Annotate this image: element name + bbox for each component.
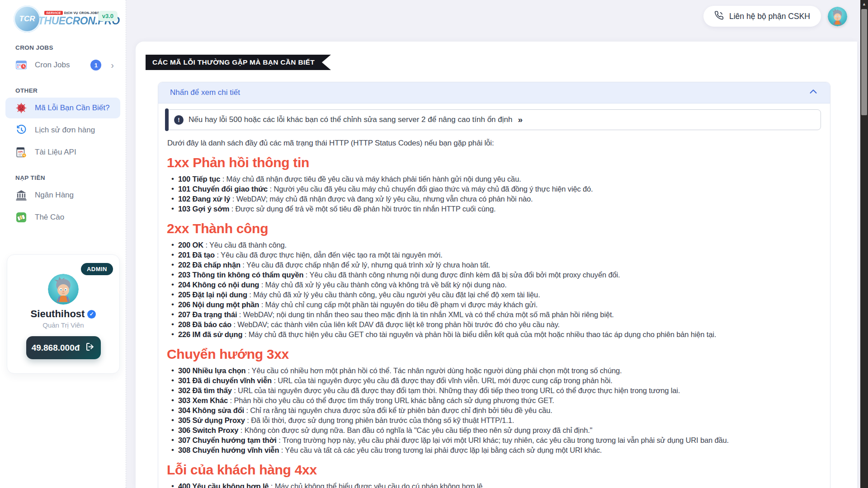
logo-tagline-chip: SERVICE bbox=[44, 11, 63, 15]
status-code-item: 103 Gợi ý sớm : Được sử dụng để trả về m… bbox=[170, 204, 821, 214]
section-heading: 2xx Thành công bbox=[167, 221, 821, 236]
sidebar-nav: CRON JOBSCron Jobs1›OTHERMã Lỗi Bạn Cần … bbox=[0, 44, 126, 228]
sidebar-item-order-history[interactable]: Lịch sử đơn hàng bbox=[5, 120, 120, 141]
sidebar-section-title: CRON JOBS bbox=[15, 44, 126, 51]
page-scrollbar[interactable]: ▲ bbox=[860, 0, 868, 488]
error-codes-icon bbox=[15, 102, 27, 114]
sidebar-section-title: NẠP TIỀN bbox=[15, 174, 126, 181]
phone-call-icon bbox=[714, 10, 724, 23]
double-chevron-icon[interactable]: » bbox=[518, 115, 523, 125]
contact-support-label: Liên hệ bộ phận CSKH bbox=[729, 12, 810, 21]
logout-icon bbox=[85, 342, 95, 354]
status-code-item: 303 Xem Khác : Phản hồi cho yêu cầu có t… bbox=[170, 395, 821, 405]
status-code-item: 204 Không có nội dung : Máy chủ đã xử lý… bbox=[170, 280, 821, 290]
section-heading: Lỗi của khách hàng 4xx bbox=[167, 462, 821, 478]
status-code-list: 400 Yêu cầu không hợp lệ : Máy chủ không… bbox=[166, 481, 821, 488]
status-code-item: 302 Đã tìm thấy : URL của tài nguyên đượ… bbox=[170, 385, 821, 395]
sidebar-item-label: Mã Lỗi Bạn Cần Biết? bbox=[35, 103, 114, 113]
svg-text:API: API bbox=[18, 150, 23, 153]
profile-avatar bbox=[48, 274, 79, 305]
collapse-header[interactable]: Nhấn để xem chi tiết bbox=[158, 82, 830, 103]
status-code-item: 208 Đã báo cáo : WebDAV; các thành viên … bbox=[170, 319, 821, 329]
status-code-item: 226 IM đã sử dụng : Máy chủ đã thực hiện… bbox=[170, 329, 821, 339]
topbar: Liên hệ bộ phận CSKH bbox=[126, 0, 857, 42]
status-code-item: 400 Yêu cầu không hợp lệ : Máy chủ không… bbox=[170, 481, 821, 488]
status-code-item: 203 Thông tin không có thẩm quyền : Yêu … bbox=[170, 270, 821, 280]
verified-check-icon: ✓ bbox=[87, 310, 96, 319]
sidebar-item-bank[interactable]: Ngân Hàng bbox=[5, 185, 120, 206]
status-code-item: 201 Đã tạo : Yêu cầu đã được thực hiện, … bbox=[170, 250, 821, 260]
status-code-item: 100 Tiếp tục : Máy chủ đã nhận được tiêu… bbox=[170, 174, 821, 184]
status-code-sections: 1xx Phản hồi thông tin100 Tiếp tục : Máy… bbox=[166, 155, 821, 488]
order-history-icon bbox=[15, 124, 27, 136]
sidebar-item-error-codes[interactable]: Mã Lỗi Bạn Cần Biết? bbox=[5, 98, 120, 118]
status-code-item: 301 Đã di chuyển vĩnh viễn : URL của tài… bbox=[170, 375, 821, 385]
sidebar-item-label: Tài Liệu API bbox=[35, 148, 114, 157]
status-code-item: 205 Đặt lại nội dung : Máy chủ đã xử lý … bbox=[170, 290, 821, 300]
scroll-up-arrow-icon[interactable]: ▲ bbox=[860, 2, 868, 6]
page-title-ribbon: CÁC MÃ LỖI THƯỜNG GẶP MÀ BẠN CẦN BIẾT bbox=[146, 55, 331, 70]
logo-circle-icon: TCR bbox=[14, 5, 41, 33]
scratch-card-icon bbox=[15, 211, 27, 223]
chevron-up-icon[interactable] bbox=[808, 87, 818, 99]
status-code-item: 307 Chuyển hướng tạm thời : Trong trường… bbox=[170, 435, 821, 445]
scrollbar-thumb[interactable] bbox=[861, 9, 867, 115]
profile-role: Quản Trị Viên bbox=[7, 321, 119, 329]
main-content: CÁC MÃ LỖI THƯỜNG GẶP MÀ BẠN CẦN BIẾT Nh… bbox=[136, 42, 857, 488]
status-code-item: 206 Nội dung một phần : Máy chủ chỉ cung… bbox=[170, 300, 821, 310]
collapse-header-label: Nhấn để xem chi tiết bbox=[170, 88, 240, 97]
server-tip-text: Nếu hay lỗi 500 hoặc các lỗi khác bạn có… bbox=[189, 115, 512, 124]
collapse-body: ! Nếu hay lỗi 500 hoặc các lỗi khác bạn … bbox=[158, 103, 830, 488]
version-badge: v3.0 bbox=[98, 11, 118, 21]
balance-amount: 49.868.000đ bbox=[32, 343, 80, 353]
profile-card: ADMIN Sieuthihost ✓ Quản Trị Viên 49.868… bbox=[7, 254, 120, 374]
exclamation-icon: ! bbox=[174, 115, 184, 125]
status-code-list: 100 Tiếp tục : Máy chủ đã nhận được tiêu… bbox=[166, 174, 821, 214]
profile-name: Sieuthihost bbox=[31, 308, 85, 320]
chevron-right-icon: › bbox=[111, 61, 114, 70]
api-docs-icon: API bbox=[15, 146, 27, 158]
bank-icon bbox=[15, 189, 27, 201]
sidebar-item-label: Cron Jobs bbox=[35, 61, 83, 70]
status-code-item: 308 Chuyển hướng vĩnh viễn : Yêu cầu và … bbox=[170, 445, 821, 455]
contact-support-button[interactable]: Liên hệ bộ phận CSKH bbox=[703, 6, 821, 27]
status-code-item: 207 Đa trạng thái : WebDAV; nội dung tin… bbox=[170, 310, 821, 319]
error-codes-card: Nhấn để xem chi tiết ! Nếu hay lỗi 500 h… bbox=[158, 82, 830, 488]
status-code-item: 102 Đang xử lý : WebDAV; máy chủ đã nhận… bbox=[170, 194, 821, 204]
status-code-item: 101 Chuyển đổi giao thức : Người yêu cầu… bbox=[170, 184, 821, 194]
sidebar-item-label: Ngân Hàng bbox=[35, 191, 114, 200]
status-code-list: 300 Nhiều lựa chọn : Yêu cầu có nhiều hơ… bbox=[166, 366, 821, 455]
logo[interactable]: TCR SERVICE DỊCH VỤ CRON-JOBS #1 THUECRO… bbox=[0, 0, 126, 33]
status-code-item: 202 Đã chấp nhận : Yêu cầu đã được chấp … bbox=[170, 260, 821, 270]
user-avatar[interactable] bbox=[828, 7, 847, 26]
cron-jobs-icon bbox=[15, 59, 27, 71]
section-heading: 1xx Phản hồi thông tin bbox=[167, 155, 821, 170]
server-tip-alert: ! Nếu hay lỗi 500 hoặc các lỗi khác bạn … bbox=[166, 109, 821, 130]
status-code-list: 200 OK : Yêu cầu đã thành công.201 Đã tạ… bbox=[166, 240, 821, 339]
sidebar-item-card[interactable]: Thẻ Cào bbox=[5, 207, 120, 228]
sidebar-item-api-docs[interactable]: APITài Liệu API bbox=[5, 142, 120, 163]
status-code-item: 305 Sử dụng Proxy : Đã lỗi thời, được sử… bbox=[170, 415, 821, 425]
status-code-item: 300 Nhiều lựa chọn : Yêu cầu có nhiều hơ… bbox=[170, 366, 821, 375]
sidebar-item-label: Lịch sử đơn hàng bbox=[35, 126, 114, 135]
status-code-item: 200 OK : Yêu cầu đã thành công. bbox=[170, 240, 821, 250]
sidebar: TCR SERVICE DỊCH VỤ CRON-JOBS #1 THUECRO… bbox=[0, 0, 126, 488]
intro-text: Dưới đây là danh sách đầy đủ các mã trạn… bbox=[167, 139, 821, 148]
section-heading: Chuyển hướng 3xx bbox=[167, 347, 821, 362]
status-code-item: 306 Switch Proxy : Không còn được sử dụn… bbox=[170, 425, 821, 435]
count-badge: 1 bbox=[90, 60, 101, 70]
admin-badge: ADMIN bbox=[81, 263, 113, 275]
sidebar-item-label: Thẻ Cào bbox=[35, 213, 114, 222]
sidebar-section-title: OTHER bbox=[15, 87, 126, 94]
status-code-item: 304 Không sửa đổi : Chỉ ra rằng tài nguy… bbox=[170, 405, 821, 415]
balance-logout-button[interactable]: 49.868.000đ bbox=[26, 336, 101, 359]
sidebar-item-cron-jobs[interactable]: Cron Jobs1› bbox=[5, 55, 120, 75]
